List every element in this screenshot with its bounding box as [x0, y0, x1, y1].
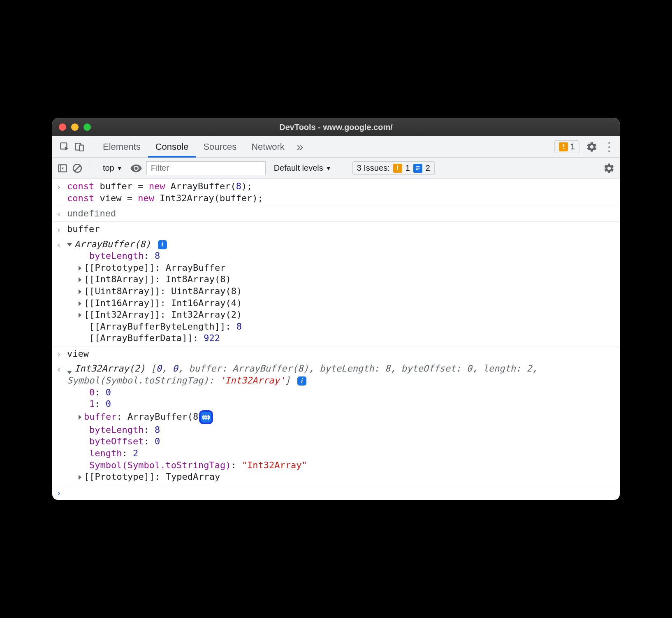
clear-console-icon[interactable] [72, 163, 83, 174]
disclosure-triangle-icon[interactable] [79, 475, 81, 480]
object-property[interactable]: [[Int16Array]]: Int16Array(4) [67, 297, 620, 309]
console-settings-icon[interactable] [603, 163, 615, 174]
input-chevron-icon: › [56, 224, 61, 235]
tab-network[interactable]: Network [244, 136, 292, 157]
levels-label: Default levels [274, 163, 323, 173]
devtools-window: DevTools - www.google.com/ Elements Cons… [52, 118, 620, 500]
settings-icon[interactable] [586, 141, 598, 153]
disclosure-triangle-icon[interactable] [79, 415, 81, 420]
log-levels-selector[interactable]: Default levels ▼ [270, 163, 336, 173]
titlebar: DevTools - www.google.com/ [52, 118, 620, 136]
info-icon[interactable]: i [297, 376, 306, 386]
svg-rect-11 [205, 418, 206, 420]
info-icon [413, 164, 422, 173]
svg-rect-6 [203, 415, 204, 416]
object-property[interactable]: byteLength: 8 [67, 250, 620, 262]
window-title: DevTools - www.google.com/ [52, 123, 620, 132]
disclosure-triangle-icon[interactable] [79, 277, 81, 282]
info-icon[interactable]: i [158, 240, 167, 249]
object-property[interactable]: 0: 0 [67, 387, 620, 399]
context-label: top [103, 163, 114, 173]
divider [91, 162, 91, 174]
issues-label: 3 Issues: [357, 163, 390, 173]
object-property[interactable]: [[Prototype]]: ArrayBuffer [67, 262, 620, 274]
chevron-down-icon: ▼ [326, 165, 331, 172]
output-chevron-icon: ‹ [56, 239, 61, 250]
object-property[interactable]: byteOffset: 0 [67, 436, 620, 448]
disclosure-triangle-icon[interactable] [79, 313, 81, 318]
disclosure-triangle-icon[interactable] [79, 301, 81, 306]
svg-rect-8 [207, 415, 208, 416]
live-expression-icon[interactable] [130, 162, 142, 174]
issues-warn-count: 1 [406, 163, 410, 173]
object-property[interactable]: [[Prototype]]: TypedArray [67, 471, 620, 483]
warning-icon: ! [393, 164, 402, 173]
more-tabs-icon[interactable]: » [292, 136, 308, 157]
disclosure-triangle-icon[interactable] [79, 266, 81, 271]
console-input-entry: › buffer [52, 222, 620, 237]
tab-console[interactable]: Console [148, 136, 196, 157]
svg-rect-12 [207, 418, 208, 420]
warnings-badge[interactable]: ! 1 [554, 140, 579, 153]
console-toolbar: top ▼ Default levels ▼ 3 Issues: ! 1 2 [52, 158, 620, 179]
object-property[interactable]: 1: 0 [67, 398, 620, 410]
kebab-menu-icon[interactable]: ⋮ [603, 140, 615, 153]
svg-rect-14 [204, 416, 204, 418]
device-toggle-icon[interactable] [72, 139, 87, 154]
undefined-result: undefined [67, 208, 116, 218]
prompt-chevron-icon: › [56, 488, 61, 498]
svg-rect-16 [207, 416, 208, 418]
inspect-icon[interactable] [57, 139, 72, 154]
disclosure-triangle-icon[interactable] [79, 289, 81, 294]
filter-input[interactable] [146, 161, 266, 175]
object-property[interactable]: length: 2 [67, 448, 620, 460]
issues-info-count: 2 [426, 163, 430, 173]
memory-inspector-icon[interactable] [199, 410, 213, 424]
object-property[interactable]: [[ArrayBufferData]]: 922 [67, 332, 620, 344]
object-property[interactable]: Symbol(Symbol.toStringTag): "Int32Array" [67, 460, 620, 472]
divider [344, 162, 344, 174]
object-property[interactable]: [[ArrayBufferByteLength]]: 8 [67, 321, 620, 333]
object-header[interactable]: ArrayBuffer(8) i [67, 239, 620, 251]
svg-rect-7 [205, 415, 206, 416]
object-property[interactable]: [[Int32Array]]: Int32Array(2) [67, 309, 620, 321]
svg-rect-9 [208, 415, 209, 416]
code-line: const view = new Int32Array(buffer); [67, 193, 620, 204]
chevron-down-icon: ▼ [117, 165, 123, 172]
warning-icon: ! [559, 142, 568, 151]
code-line: view [67, 348, 89, 359]
code-line: buffer [67, 224, 100, 234]
console-output: › const buffer = new ArrayBuffer(8); con… [52, 179, 620, 500]
disclosure-triangle-icon[interactable] [67, 371, 72, 374]
svg-rect-10 [203, 418, 204, 420]
divider [91, 141, 91, 153]
output-chevron-icon: ‹ [56, 364, 61, 374]
svg-rect-13 [208, 418, 209, 420]
console-prompt[interactable]: › [52, 485, 620, 500]
console-result: ‹ undefined [52, 206, 620, 222]
svg-rect-15 [206, 416, 206, 418]
tab-sources[interactable]: Sources [196, 136, 244, 157]
panel-tabs: Elements Console Sources Network » [95, 136, 308, 157]
disclosure-triangle-icon[interactable] [67, 243, 72, 246]
svg-rect-2 [79, 145, 83, 151]
object-property[interactable]: [[Uint8Array]]: Uint8Array(8) [67, 286, 620, 297]
object-property-buffer[interactable]: buffer: ArrayBuffer(8 [67, 410, 620, 424]
console-input-entry: › const buffer = new ArrayBuffer(8); con… [52, 179, 620, 206]
console-input-entry: › view [52, 346, 620, 362]
issues-button[interactable]: 3 Issues: ! 1 2 [352, 161, 435, 175]
object-header[interactable]: Int32Array(2) [0, 0, buffer: ArrayBuffer… [67, 363, 620, 386]
tab-elements[interactable]: Elements [95, 136, 148, 157]
context-selector[interactable]: top ▼ [100, 163, 126, 173]
object-property[interactable]: byteLength: 8 [67, 424, 620, 436]
console-result-object[interactable]: ‹ ArrayBuffer(8) i byteLength: 8 [[Proto… [52, 237, 620, 346]
show-console-sidebar-icon[interactable] [57, 163, 68, 174]
main-toolbar: Elements Console Sources Network » ! 1 ⋮ [52, 136, 620, 158]
code-line: const buffer = new ArrayBuffer(8); [67, 181, 620, 193]
console-result-object[interactable]: ‹ Int32Array(2) [0, 0, buffer: ArrayBuff… [52, 361, 620, 485]
warning-count: 1 [570, 142, 575, 151]
input-chevron-icon: › [56, 349, 61, 360]
output-chevron-icon: ‹ [56, 209, 61, 219]
object-property[interactable]: [[Int8Array]]: Int8Array(8) [67, 274, 620, 286]
input-chevron-icon: › [56, 181, 61, 192]
